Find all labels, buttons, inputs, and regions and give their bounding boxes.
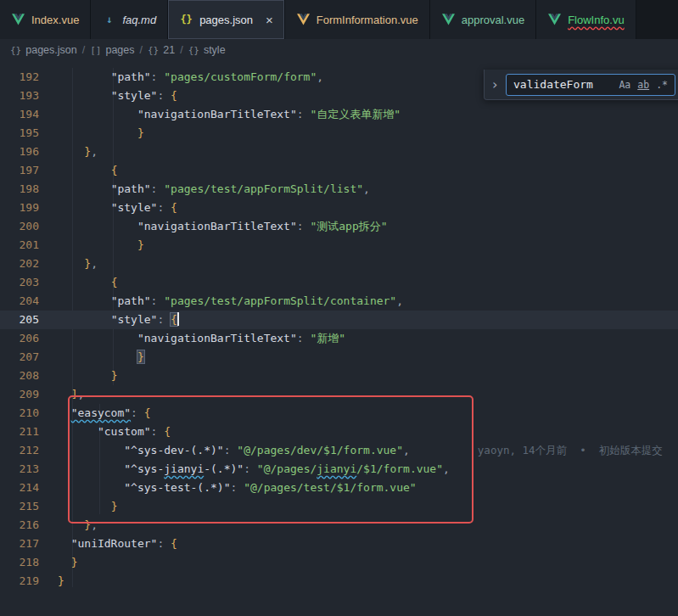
- code-text: "navigationBarTitleText": "新增": [39, 329, 345, 348]
- find-input[interactable]: validateForm Aa ab .*: [506, 74, 675, 96]
- code-text: "navigationBarTitleText": "自定义表单新增": [39, 105, 401, 124]
- code-token: [58, 145, 84, 158]
- code-line[interactable]: 212 "^sys-dev-(.*)": "@/pages/dev/$1/for…: [0, 441, 678, 460]
- code-line[interactable]: 200 "navigationBarTitleText": "测试app拆分": [0, 217, 678, 236]
- code-text: }: [39, 348, 144, 367]
- breadcrumb: {}pages.json/[]pages/{}21/{}style: [0, 39, 678, 61]
- code-line[interactable]: 216 },: [0, 516, 678, 535]
- code-token: :: [231, 481, 244, 494]
- code-line[interactable]: 206 "navigationBarTitleText": "新增": [0, 329, 678, 348]
- code-line[interactable]: 194 "navigationBarTitleText": "自定义表单新增": [0, 105, 678, 124]
- code-token: "easycom": [71, 406, 131, 419]
- code-line[interactable]: 196 },: [0, 143, 678, 161]
- tab-approval.vue[interactable]: approval.vue: [430, 0, 536, 39]
- code-text: ],: [39, 385, 84, 404]
- find-replace-toggle-chevron-icon[interactable]: ›: [490, 76, 500, 92]
- find-query-text[interactable]: validateForm: [513, 78, 615, 91]
- line-number: 205: [0, 311, 39, 329]
- code-text: "path": "pages/test/appFormSplit/list",: [39, 180, 370, 199]
- code-lines: 192 "path": "pages/customForm/form",193 …: [0, 68, 678, 591]
- tab-faq.md[interactable]: ↓faq.md: [91, 0, 168, 39]
- tab-label: FormInformation.vue: [317, 14, 418, 26]
- code-line[interactable]: 218 }: [0, 553, 678, 572]
- match-case-toggle-icon[interactable]: Aa: [615, 77, 634, 92]
- code-token: [58, 518, 84, 531]
- line-number: 216: [0, 516, 39, 535]
- code-token: }: [137, 238, 144, 251]
- code-token: [58, 164, 111, 176]
- code-line[interactable]: 201 }: [0, 236, 678, 255]
- code-token: ,: [91, 145, 98, 158]
- whole-word-toggle-icon[interactable]: ab: [634, 77, 653, 92]
- breadcrumb-item-pages[interactable]: []pages: [90, 44, 134, 56]
- code-line[interactable]: 211 "custom": {: [0, 423, 678, 441]
- tab-FlowInfo.vu[interactable]: FlowInfo.vu: [536, 0, 636, 39]
- code-token: :: [297, 108, 311, 120]
- line-number: 204: [0, 292, 39, 311]
- code-line[interactable]: 214 "^sys-test-(.*)": "@/pages/test/$1/f…: [0, 479, 678, 497]
- tab-close-icon[interactable]: ×: [266, 14, 273, 26]
- code-line[interactable]: 202 },: [0, 255, 678, 273]
- code-text: },: [39, 516, 98, 535]
- code-token: {: [144, 406, 151, 419]
- code-token: [58, 126, 137, 139]
- code-line[interactable]: 197 {: [0, 161, 678, 180]
- code-token: [58, 70, 111, 83]
- markdown-file-icon: ↓: [102, 13, 116, 26]
- breadcrumb-separator: /: [180, 44, 182, 56]
- code-line[interactable]: 210 "easycom": {: [0, 404, 678, 423]
- code-line[interactable]: 203 {: [0, 273, 678, 292]
- code-text: {: [39, 161, 117, 180]
- code-token: :: [157, 313, 171, 326]
- code-token: "navigationBarTitleText": [137, 108, 297, 120]
- code-line[interactable]: 204 "path": "pages/test/appFormSplit/con…: [0, 292, 678, 311]
- code-line[interactable]: 208 }: [0, 367, 678, 385]
- code-text: },: [39, 255, 98, 273]
- tab-FormInformation.vue[interactable]: FormInformation.vue: [285, 0, 430, 39]
- code-text: }: [39, 124, 144, 143]
- code-token: [58, 556, 71, 568]
- code-token: :: [151, 425, 165, 438]
- code-line[interactable]: 195 }: [0, 124, 678, 143]
- symbol-icon: {}: [10, 45, 21, 56]
- code-line[interactable]: 198 "path": "pages/test/appFormSplit/lis…: [0, 180, 678, 199]
- git-blame-annotation: yaoyn, 14个月前 • 初始版本提交: [478, 444, 663, 456]
- code-text: "navigationBarTitleText": "测试app拆分": [39, 217, 388, 236]
- code-token: {: [171, 313, 177, 326]
- code-token: "^sys-test-(.*)": [124, 481, 230, 494]
- regex-toggle-icon[interactable]: .*: [653, 77, 671, 92]
- code-line[interactable]: 219}: [0, 572, 678, 591]
- code-line[interactable]: 207 }: [0, 348, 678, 367]
- breadcrumb-item-pages.json[interactable]: {}pages.json: [10, 44, 77, 56]
- code-line[interactable]: 217 "uniIdRouter": {: [0, 535, 678, 553]
- code-text: "path": "pages/test/appFormSplit/contain…: [39, 292, 403, 311]
- line-number: 214: [0, 479, 39, 497]
- code-editor[interactable]: 192 "path": "pages/customForm/form",193 …: [0, 61, 678, 616]
- vue-file-icon: [11, 13, 25, 26]
- code-token: "@/pages/: [257, 462, 317, 475]
- code-token: "pages/customForm/form": [164, 70, 317, 83]
- code-line[interactable]: 215 }: [0, 497, 678, 516]
- breadcrumb-item-style[interactable]: {}style: [188, 44, 226, 56]
- breadcrumb-item-21[interactable]: {}21: [148, 44, 175, 56]
- code-token: :: [151, 70, 165, 83]
- code-token: :: [151, 182, 165, 195]
- code-token: [58, 257, 84, 270]
- code-line[interactable]: 209 ],: [0, 385, 678, 404]
- find-widget: › validateForm Aa ab .*: [484, 70, 678, 100]
- code-text: "style": {: [39, 87, 177, 105]
- tab-pages.json[interactable]: {}pages.json×: [168, 0, 285, 39]
- code-line[interactable]: 213 "^sys-jianyi-(.*)": "@/pages/jianyi/…: [0, 460, 678, 479]
- code-token: ,: [317, 70, 323, 83]
- code-token: }: [137, 350, 144, 363]
- code-line[interactable]: 205 "style": {: [0, 311, 678, 329]
- tab-label: faq.md: [122, 14, 156, 26]
- code-token: [58, 481, 124, 494]
- symbol-icon: {}: [188, 45, 199, 56]
- code-token: [58, 332, 137, 344]
- code-token: "@/pages/test/$1/form.vue": [244, 481, 417, 494]
- code-token: }: [111, 500, 118, 512]
- tab-Index.vue[interactable]: Index.vue: [0, 0, 91, 39]
- code-token: {: [111, 164, 118, 176]
- code-line[interactable]: 199 "style": {: [0, 199, 678, 217]
